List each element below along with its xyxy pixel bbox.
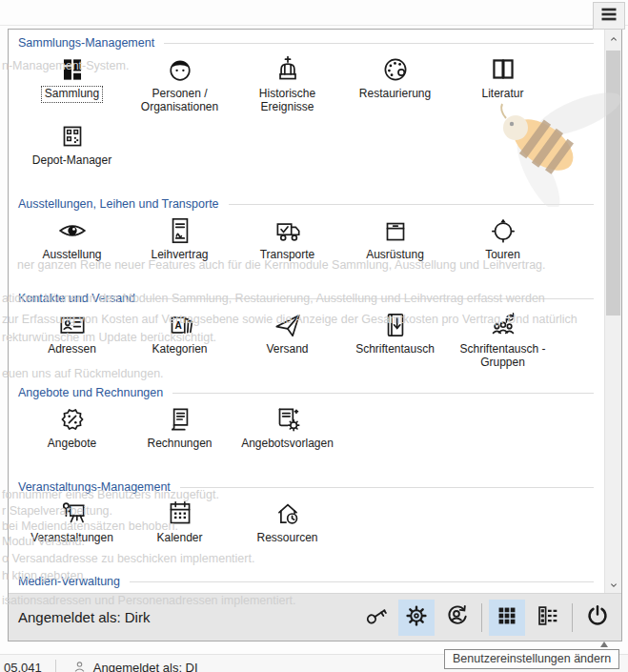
menu-item-label: Sammlung — [42, 87, 102, 102]
group-header-rule — [229, 204, 594, 205]
menu-item-label: Historische Ereignisse — [233, 87, 341, 114]
group-header: Veranstaltungs-Management — [18, 479, 603, 495]
peoplesync-icon — [486, 308, 520, 342]
menu-item-schriftentausch-gruppen[interactable]: Schriftentausch - Gruppen — [449, 308, 557, 375]
group-header: Ausstellungen, Leihen und Transporte — [18, 196, 603, 212]
menubar-divider — [0, 25, 628, 26]
menu-group-kontakte-und-versand: Kontakte und VersandAdressenAKategorienV… — [18, 291, 603, 375]
menu-item-ausrüstung[interactable]: Ausrüstung — [341, 214, 449, 280]
usersync-icon — [442, 601, 471, 634]
menu-item-label: Ausrüstung — [363, 248, 427, 263]
logged-in-text: Angemeldet als: Dirk — [9, 609, 358, 625]
menu-item-label: Restaurierung — [356, 87, 434, 102]
group-header-label: Veranstaltungs-Management — [18, 480, 171, 494]
menu-item-literatur[interactable]: Literatur — [449, 52, 557, 119]
person-icon — [163, 52, 197, 87]
chevron-up-icon — [607, 32, 620, 46]
cards-icon: A — [163, 308, 197, 342]
gridview-icon — [493, 601, 521, 634]
grid-view-button[interactable] — [489, 600, 525, 636]
menu-item-schriftentausch[interactable]: Schriftentausch — [341, 308, 449, 375]
menu-item-veranstaltungen[interactable]: Veranstaltungen — [18, 497, 126, 563]
hamburger-menu-button[interactable] — [593, 2, 625, 30]
menu-item-sammlung[interactable]: Sammlung — [18, 52, 126, 119]
menu-item-kategorien[interactable]: AKategorien — [126, 308, 233, 375]
scrollbar[interactable] — [604, 30, 621, 594]
listview-icon — [533, 601, 561, 634]
menu-item-transporte[interactable]: Transporte — [233, 214, 341, 280]
switch-user-button[interactable] — [438, 600, 475, 636]
menu-group-ausstellungen-leihen-und-transporte: Ausstellungen, Leihen und TransporteAuss… — [18, 196, 603, 280]
menu-item-restaurierung[interactable]: Restaurierung — [341, 52, 449, 119]
menu-item-adressen[interactable]: Adressen — [18, 308, 126, 375]
menu-group-medien-verwaltung: Medien-Verwaltung — [18, 574, 603, 589]
menu-item-personen-organisationen[interactable]: Personen / Organisationen — [126, 52, 233, 119]
group-header-rule — [172, 393, 594, 394]
menu-item-rechnungen[interactable]: Rechnungen — [126, 402, 233, 469]
qrbox-icon — [55, 119, 90, 153]
menu-group-veranstaltungs-management: Veranstaltungs-ManagementVeranstaltungen… — [18, 479, 603, 563]
seal-icon — [55, 402, 90, 437]
houseclock-icon — [271, 497, 305, 531]
group-header-label: Medien-Verwaltung — [18, 575, 120, 588]
group-header: Medien-Verwaltung — [18, 574, 603, 589]
menu-item-angebotsvorlagen[interactable]: Angebotsvorlagen — [233, 402, 341, 469]
group-header-label: Angebote und Rechnungen — [18, 386, 163, 399]
menu-item-historische-ereignisse[interactable]: Historische Ereignisse — [233, 52, 341, 119]
menu-item-leihvertrag[interactable]: Leihvertrag — [126, 214, 233, 280]
card-icon — [55, 308, 90, 342]
book-icon — [486, 52, 520, 87]
group-header-rule — [130, 581, 594, 582]
collection-icon — [55, 52, 90, 87]
overlay-footer-bar: Angemeldet als: Dirk — [9, 593, 621, 641]
statusbar-divider — [55, 660, 56, 672]
menu-item-label: Adressen — [45, 342, 99, 357]
menu-item-label: Schriftentausch — [353, 342, 437, 357]
version-text: 05.041 — [4, 661, 42, 672]
user-icon — [71, 659, 88, 672]
menu-item-label: Veranstaltungen — [28, 531, 116, 546]
group-header: Kontakte und Versand — [18, 291, 603, 306]
menu-item-label: Kalender — [153, 531, 205, 546]
menu-item-label: Personen / Organisationen — [126, 87, 233, 114]
menu-item-label: Angebote — [45, 437, 99, 452]
statusbar-user-text: Angemeldet als: DI — [93, 661, 198, 672]
menu-item-label: Leihvertrag — [148, 248, 211, 263]
corner-arrow-icon — [600, 641, 608, 647]
menu-item-label: Ausstellung — [39, 248, 104, 263]
bookarrow-icon — [378, 308, 413, 342]
group-header-rule — [145, 298, 594, 299]
footer-separator — [481, 603, 482, 632]
list-view-button[interactable] — [529, 600, 565, 636]
menu-item-ressourcen[interactable]: Ressourcen — [233, 497, 341, 563]
menu-item-depot-manager[interactable]: Depot-Manager — [18, 119, 126, 186]
menu-item-angebote[interactable]: Angebote — [18, 402, 126, 469]
menu-item-label: Kategorien — [149, 342, 210, 357]
group-header: Sammlungs-Management — [18, 35, 603, 51]
scroll-down-button[interactable] — [605, 577, 621, 593]
group-header-label: Kontakte und Versand — [18, 292, 135, 305]
svg-text:A: A — [174, 320, 182, 331]
power-icon — [583, 601, 612, 634]
group-items: AdressenAKategorienVersandSchriftentausc… — [18, 308, 603, 375]
group-items: VeranstaltungenKalenderRessourcen — [18, 497, 603, 563]
menu-item-touren[interactable]: Touren — [449, 214, 557, 280]
footer-separator — [572, 603, 573, 632]
menu-item-label: Depot-Manager — [30, 153, 114, 169]
key-login-button[interactable] — [358, 600, 395, 636]
plane-icon — [271, 308, 305, 342]
menu-item-versand[interactable]: Versand — [233, 308, 341, 375]
group-items: SammlungPersonen / OrganisationenHistori… — [18, 52, 603, 186]
group-header: Angebote und Rechnungen — [18, 385, 603, 400]
menu-item-label: Rechnungen — [144, 437, 214, 452]
calendar-icon — [163, 497, 197, 531]
menu-group-sammlungs-management: Sammlungs-ManagementSammlungPersonen / O… — [18, 35, 603, 186]
menu-item-kalender[interactable]: Kalender — [126, 497, 233, 563]
exit-button[interactable] — [579, 600, 616, 636]
user-settings-button[interactable] — [398, 600, 435, 636]
scroll-up-button[interactable] — [605, 31, 621, 47]
menu-item-ausstellung[interactable]: Ausstellung — [18, 214, 126, 280]
key-icon — [362, 601, 391, 634]
app-window: n-Management-System.ner ganzen Reihe neu… — [0, 0, 628, 672]
scroll-thumb[interactable] — [606, 51, 620, 316]
